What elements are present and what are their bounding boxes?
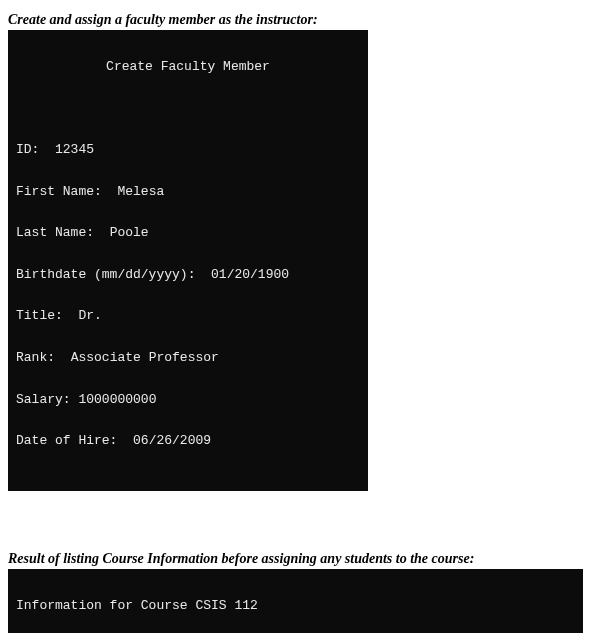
first-name-label: First Name:: [16, 184, 102, 199]
field-first-name: First Name: Melesa: [16, 182, 360, 203]
title-label: Title:: [16, 308, 63, 323]
terminal-title: Create Faculty Member: [16, 57, 360, 78]
course-header: Information for Course CSIS 112: [16, 596, 575, 617]
rank-value: Associate Professor: [71, 350, 219, 365]
first-name-value: Melesa: [117, 184, 164, 199]
title-value: Dr.: [78, 308, 101, 323]
rank-label: Rank:: [16, 350, 55, 365]
field-last-name: Last Name: Poole: [16, 223, 360, 244]
caption-course-info: Result of listing Course Information bef…: [8, 551, 583, 567]
field-hire-date: Date of Hire: 06/26/2009: [16, 431, 360, 452]
terminal-course-info: Information for Course CSIS 112 Instruct…: [8, 569, 583, 633]
hire-label: Date of Hire:: [16, 433, 117, 448]
field-title: Title: Dr.: [16, 306, 360, 327]
caption-create-faculty: Create and assign a faculty member as th…: [8, 12, 583, 28]
id-label: ID:: [16, 142, 39, 157]
birthdate-label: Birthdate (mm/dd/yyyy):: [16, 267, 195, 282]
last-name-label: Last Name:: [16, 225, 94, 240]
field-id: ID: 12345: [16, 140, 360, 161]
field-rank: Rank: Associate Professor: [16, 348, 360, 369]
id-value: 12345: [55, 142, 94, 157]
field-birthdate: Birthdate (mm/dd/yyyy): 01/20/1900: [16, 265, 360, 286]
last-name-value: Poole: [110, 225, 149, 240]
field-salary: Salary: 1000000000: [16, 390, 360, 411]
birthdate-value: 01/20/1900: [211, 267, 289, 282]
hire-value: 06/26/2009: [133, 433, 211, 448]
salary-value: 1000000000: [78, 392, 156, 407]
terminal-create-faculty: Create Faculty Member ID: 12345 First Na…: [8, 30, 368, 491]
salary-label: Salary:: [16, 392, 71, 407]
